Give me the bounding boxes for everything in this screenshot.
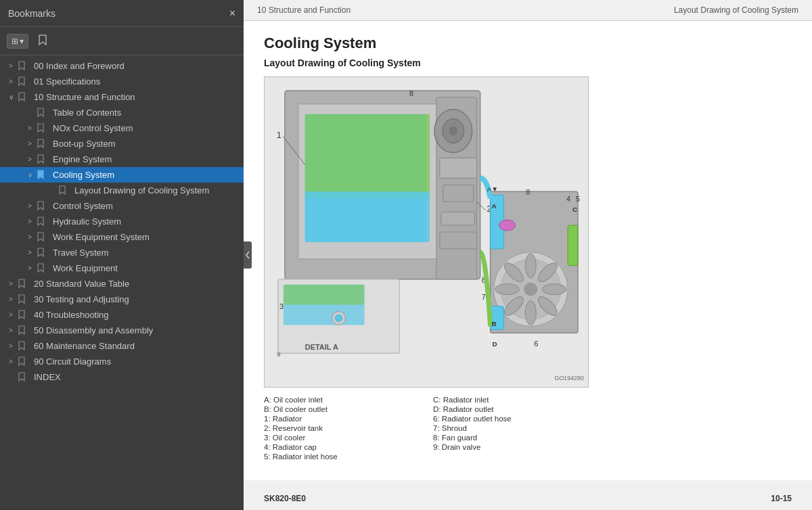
svg-rect-32 <box>568 225 578 266</box>
bookmark-item-icon <box>37 123 49 133</box>
expand-icon: > <box>24 218 35 225</box>
expand-icon: > <box>24 233 35 241</box>
legend-left: 4: Radiator cap <box>264 443 420 451</box>
doc-header-left: 10 Structure and Function <box>257 5 351 15</box>
bookmark-item-label: Engine System <box>53 154 112 164</box>
bookmark-item-10-hydraulic[interactable]: >Hydraulic System <box>0 214 244 229</box>
doc-header-right: Layout Drawing of Cooling System <box>674 5 798 15</box>
bookmark-item-label: 30 Testing and Adjusting <box>34 294 129 304</box>
expand-icon: > <box>24 249 35 256</box>
bookmark-item-icon <box>37 108 49 118</box>
bookmark-item-10-cooling[interactable]: ∨Cooling System <box>0 167 244 183</box>
bookmark-item-label: Work Equipment <box>53 263 118 273</box>
bookmark-item-icon <box>37 170 49 180</box>
expand-icon: > <box>5 342 16 350</box>
bookmark-item-label: 90 Circuit Diagrams <box>34 356 111 367</box>
bookmark-item-idx[interactable]: INDEX <box>0 369 244 385</box>
doc-page: 10-15 <box>771 494 792 503</box>
svg-rect-5 <box>305 191 430 242</box>
bookmark-item-label: Table of Contents <box>53 108 121 118</box>
bookmark-item-10-travel[interactable]: >Travel System <box>0 245 244 260</box>
expand-icon: > <box>24 140 35 147</box>
collapse-handle[interactable] <box>244 241 252 269</box>
svg-point-9 <box>449 126 457 136</box>
grid-icon: ⊞ <box>12 37 18 46</box>
bookmark-item-00[interactable]: >00 Index and Foreword <box>0 58 244 74</box>
bookmark-item-01[interactable]: >01 Specifications <box>0 74 244 89</box>
bookmark-item-10-cooling-layout[interactable]: Layout Drawing of Cooling System <box>0 183 244 198</box>
svg-point-22 <box>525 301 536 325</box>
bookmark-item-label: 10 Structure and Function <box>34 92 135 102</box>
bookmark-item-label: Hydraulic System <box>53 216 121 227</box>
bookmark-item-10-toc[interactable]: Table of Contents <box>0 105 244 120</box>
bookmark-item-10-engine[interactable]: >Engine System <box>0 152 244 167</box>
bookmark-item-icon <box>18 294 30 304</box>
svg-point-23 <box>495 284 520 295</box>
svg-text:DETAIL A: DETAIL A <box>305 343 338 351</box>
bookmark-item-label: INDEX <box>34 372 61 382</box>
bookmark-item-icon <box>37 248 49 258</box>
expand-icon: > <box>5 280 16 287</box>
svg-text:6: 6 <box>534 340 538 348</box>
bookmark-item-label: Layout Drawing of Cooling System <box>74 185 209 195</box>
svg-text:GO194280: GO194280 <box>554 375 584 381</box>
legend-right: 8: Fan guard <box>433 434 589 442</box>
bookmark-item-40[interactable]: >40 Troubleshooting <box>0 307 244 323</box>
bookmark-item-icon <box>37 216 49 227</box>
svg-rect-12 <box>441 212 475 225</box>
bookmark-item-10-boot[interactable]: >Boot-up System <box>0 136 244 152</box>
view-toggle-button[interactable]: ⊞ ▾ <box>7 34 28 49</box>
sidebar-toolbar: ⊞ ▾ <box>0 27 244 55</box>
legend-left: B: Oil cooler outlet <box>264 405 420 413</box>
bookmark-item-90[interactable]: >90 Circuit Diagrams <box>0 354 244 369</box>
expand-icon: ∨ <box>5 93 16 101</box>
svg-rect-11 <box>443 185 474 202</box>
expand-icon: > <box>5 296 16 303</box>
svg-point-33 <box>499 220 516 231</box>
bookmark-item-20[interactable]: >20 Standard Value Table <box>0 276 244 292</box>
expand-icon: > <box>24 124 35 132</box>
svg-text:A: A <box>492 202 497 210</box>
bookmark-item-label: Cooling System <box>53 170 114 180</box>
svg-text:8: 8 <box>409 89 413 97</box>
sidebar-close-button[interactable]: × <box>229 7 235 20</box>
bookmark-item-60[interactable]: >60 Maintenance Standard <box>0 338 244 354</box>
bookmark-item-icon <box>18 61 30 71</box>
dropdown-arrow-icon: ▾ <box>20 37 24 46</box>
legend-right: 7: Shroud <box>433 424 589 432</box>
bookmark-item-10-work-equip[interactable]: >Work Equipment <box>0 260 244 276</box>
bookmark-item-label: NOx Control System <box>53 123 133 133</box>
legend-right: 9: Drain valve <box>433 443 589 451</box>
svg-text:3: 3 <box>279 302 284 310</box>
bookmark-item-50[interactable]: >50 Disassembly and Assembly <box>0 323 244 338</box>
doc-subtitle: Layout Drawing of Cooling System <box>264 57 792 68</box>
svg-rect-4 <box>305 114 430 198</box>
legend-right: C: Radiator inlet <box>433 396 589 404</box>
bookmark-item-icon <box>37 154 49 164</box>
bookmark-item-30[interactable]: >30 Testing and Adjusting <box>0 292 244 307</box>
sidebar-title: Bookmarks <box>8 8 55 19</box>
legend-left: A: Oil cooler inlet <box>264 396 420 404</box>
diagram-container: 1 2 <box>264 76 589 388</box>
bookmark-item-label: Work Equipment System <box>53 232 150 242</box>
bookmark-list: >00 Index and Foreword>01 Specifications… <box>0 55 244 510</box>
svg-point-29 <box>524 283 537 296</box>
svg-text:A▼: A▼ <box>487 185 498 193</box>
bookmark-item-10-control[interactable]: >Control System <box>0 198 244 214</box>
bookmark-item-10-work-equip-sys[interactable]: >Work Equipment System <box>0 229 244 245</box>
legend-right: D: Radiator outlet <box>433 405 589 413</box>
bookmark-item-label: Travel System <box>53 248 109 258</box>
bookmark-item-icon <box>37 232 49 242</box>
bookmark-item-icon <box>18 372 30 382</box>
svg-rect-10 <box>440 158 477 178</box>
bookmark-item-label: Control System <box>53 201 113 211</box>
bookmark-icon-button[interactable] <box>34 32 51 50</box>
bookmark-item-10[interactable]: ∨10 Structure and Function <box>0 89 244 105</box>
bookmark-item-10-nox[interactable]: >NOx Control System <box>0 120 244 136</box>
svg-text:1: 1 <box>277 131 281 140</box>
bookmark-item-icon <box>18 76 30 87</box>
cooling-diagram-svg: 1 2 <box>265 77 588 387</box>
expand-icon: > <box>5 311 16 319</box>
legend-left: 5: Radiator inlet hose <box>264 453 420 461</box>
doc-header: 10 Structure and Function Layout Drawing… <box>244 0 812 21</box>
